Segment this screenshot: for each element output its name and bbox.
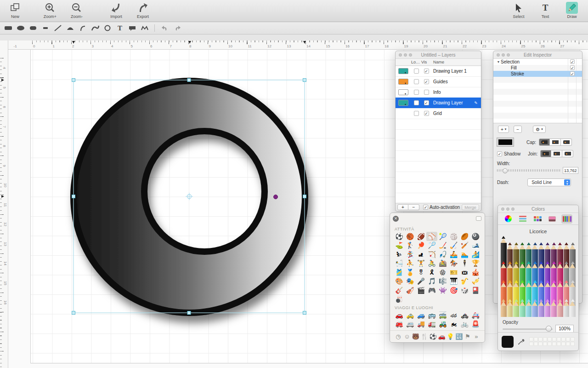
emoji-cell[interactable]: 🏈 [416,232,427,241]
color-pencils-icon[interactable] [561,214,572,224]
emoji-cell[interactable]: 🎭 [405,277,416,286]
lock-checkbox[interactable] [414,79,419,84]
emoji-cell[interactable]: 🎸 [394,286,405,295]
emoji-cell[interactable]: 🏍 [448,320,459,329]
emoji-cell[interactable]: 🏂 [405,250,416,259]
emoji-cell[interactable]: 🎖 [416,268,427,277]
emoji-cell[interactable]: 🚴 [426,259,437,268]
category-more-icon[interactable]: » [473,333,480,340]
inspector-add-button[interactable]: +▾ [498,126,509,133]
color-sliders-icon[interactable] [517,214,528,224]
color-pencil[interactable] [513,299,519,317]
visibility-checkbox[interactable]: ✓ [424,100,429,105]
emoji-cell[interactable]: 🎟 [459,268,470,277]
emoji-cell[interactable]: 🚑 [470,310,481,320]
emoji-cell[interactable]: 🚌 [426,310,437,320]
opacity-slider-thumb[interactable] [546,326,552,332]
join-option-2[interactable] [551,150,562,157]
emoji-cell[interactable]: 🏓 [416,241,427,250]
layer-color-swatch[interactable]: ▾ [398,79,408,85]
emoji-cell[interactable]: 🏄 [470,250,481,259]
emoji-cell[interactable]: 🏀 [405,232,416,241]
auto-activation-checkbox[interactable]: ✓ [423,205,428,210]
opacity-slider[interactable]: 100% [503,326,574,332]
emoji-cell[interactable]: 🏉 [459,232,470,241]
emoji-cell[interactable]: ⛸ [416,250,427,259]
emoji-cell[interactable]: 🎾 [437,232,448,241]
new-button[interactable]: New [2,0,28,21]
emoji-cell[interactable]: 🏇 [448,259,459,268]
emoji-cell[interactable]: 🚚 [416,320,427,329]
enable-checkbox[interactable]: ✓ [570,59,575,64]
emoji-cell[interactable]: 🎷 [459,277,470,286]
emoji-cell[interactable]: ⛷ [394,250,405,259]
layers-panel-titlebar[interactable]: Untitled – Layers [396,51,481,59]
enable-checkbox[interactable]: ✓ [570,71,575,76]
color-image-icon[interactable] [547,214,558,224]
swatch-slot[interactable] [571,342,575,346]
swatch-slot[interactable] [552,337,556,341]
emoji-cell[interactable]: 🚒 [394,320,405,329]
enable-checkbox[interactable]: ✓ [570,65,575,70]
inspector-gear-button[interactable]: ⚙▾ [533,126,545,133]
color-pencil[interactable] [501,299,507,317]
swatch-slot[interactable] [548,337,552,341]
visibility-checkbox[interactable]: ✓ [424,69,429,74]
swatch-slot[interactable] [561,337,565,341]
emoji-cell[interactable]: 🏏 [459,241,470,250]
merge-button[interactable]: Merge [462,204,479,210]
emoji-cell[interactable]: 🚵 [437,259,448,268]
emoji-cell[interactable]: 🏅 [405,268,416,277]
inspector-titlebar[interactable]: Edit Inspector [493,51,582,59]
expand-icon[interactable] [476,216,481,221]
emoji-cell[interactable]: 🏆 [470,259,481,268]
dash-dropdown[interactable]: Solid Line ▲▼ [527,178,571,186]
swatch-slot[interactable] [566,337,570,341]
swatch-slot[interactable] [529,342,533,346]
zoom-out-button[interactable]: Zoom- [63,0,90,21]
emoji-cell[interactable]: 🏋 [416,259,427,268]
emoji-cell[interactable]: 🚕 [405,310,416,320]
layer-row-guides[interactable]: ▾✓Guides [396,76,481,87]
color-pencil[interactable] [551,299,557,317]
emoji-cell[interactable]: 🎬 [416,286,427,295]
emoji-cell[interactable]: ⛳ [394,241,405,250]
eyedropper-icon[interactable] [517,338,525,345]
lock-checkbox[interactable] [414,100,419,105]
circle-outline-tool[interactable] [101,23,113,33]
emoji-cell[interactable]: 🎹 [448,277,459,286]
emoji-cell[interactable]: 🚲 [459,320,470,329]
emoji-cell[interactable]: 🎽 [394,268,405,277]
swatch-slot[interactable] [557,342,561,346]
current-color-swatch[interactable] [502,336,514,348]
emoji-cell[interactable]: 🎳 [394,295,405,304]
select-tool-button[interactable]: Select [505,0,532,21]
emoji-cell[interactable]: 🏵 [437,268,448,277]
roundrect-filled-tool[interactable] [27,23,39,33]
text-tool-tool[interactable]: T [113,23,126,33]
cap-option-1[interactable] [539,138,550,146]
curve-filled-tool[interactable] [64,23,76,33]
close-icon[interactable]: ✕ [393,216,399,222]
inspector-row-stroke[interactable]: Stroke✓ [493,71,582,77]
visibility-checkbox[interactable] [424,90,429,95]
speech-bubble-tool[interactable] [126,23,138,33]
swatch-slot[interactable] [548,342,552,346]
emoji-cell[interactable]: 🏑 [448,241,459,250]
emoji-cell[interactable]: 👾 [437,286,448,295]
emoji-cell[interactable]: 🎴 [470,286,481,295]
emoji-cell[interactable]: 🎮 [426,286,437,295]
layer-row-info[interactable]: ▾Info [396,87,481,98]
layer-color-swatch[interactable]: ▾ [398,100,408,106]
layer-row-drawing-layer-1[interactable]: ▾✓Drawing Layer 1 [396,66,481,76]
emoji-cell[interactable]: 🚨 [470,320,481,329]
lock-checkbox[interactable] [414,111,419,116]
add-layer-button[interactable]: + [397,204,408,210]
emoji-cell[interactable]: 🎯 [448,286,459,295]
color-pencil[interactable] [507,299,513,317]
inspector-row-fill[interactable]: Fill✓ [493,65,582,71]
emoji-cell[interactable]: 🎪 [470,268,481,277]
inspector-row-selection[interactable]: ▼Selection✓ [493,59,582,65]
swatch-slot[interactable] [538,342,543,346]
emoji-cell[interactable]: 🏊 [459,250,470,259]
